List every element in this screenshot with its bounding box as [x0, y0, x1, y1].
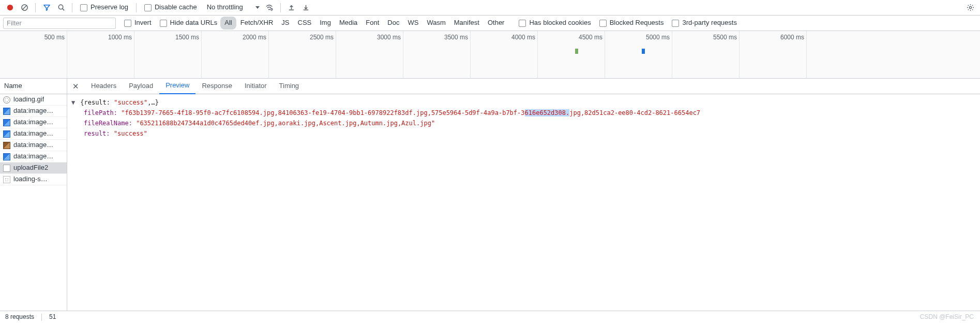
json-ellipsis: ,…}	[147, 99, 159, 106]
request-row[interactable]: data:image…	[0, 151, 67, 163]
checkbox-icon	[672, 20, 679, 27]
disclosure-triangle-icon[interactable]: ▼	[71, 97, 77, 108]
tab-preview[interactable]: Preview	[159, 79, 195, 94]
disable-cache-checkbox[interactable]: Disable cache	[141, 1, 201, 14]
type-filter-other[interactable]: Other	[484, 17, 509, 29]
request-row[interactable]: data:image…	[0, 140, 67, 151]
request-count: 8 requests	[5, 313, 34, 321]
json-value-selected: 616e652d308.	[525, 109, 570, 116]
filter-bar: Invert Hide data URLs AllFetch/XHRJSCSSI…	[0, 16, 980, 31]
throttling-select[interactable]: No throttling	[202, 3, 262, 12]
request-row[interactable]: data:image…	[0, 106, 67, 117]
request-name: data:image…	[13, 152, 53, 161]
svg-point-3	[58, 5, 63, 9]
svg-point-5	[268, 9, 270, 10]
json-value: "success"	[114, 99, 147, 106]
type-filter-manifest[interactable]: Manifest	[450, 17, 484, 29]
clear-button[interactable]	[18, 1, 31, 14]
blocked-requests-label: Blocked Requests	[610, 18, 664, 27]
preview-panel[interactable]: ▼ {result: "success",…} filePath: "f63b1…	[67, 94, 980, 311]
json-property[interactable]: filePath: "f63b1397-7665-4f18-95f0-ac7fc…	[71, 108, 976, 118]
type-filter-css[interactable]: CSS	[294, 17, 316, 29]
separator	[41, 314, 42, 321]
filter-toggle[interactable]	[40, 1, 53, 14]
json-property[interactable]: fileRealName: "635211688b247344a1d0c4765…	[71, 118, 976, 128]
type-filter-all[interactable]: All	[220, 17, 236, 29]
download-har-button[interactable]	[299, 1, 313, 14]
timeline-tick-label: 6000 ms	[780, 33, 804, 42]
tab-headers[interactable]: Headers	[85, 79, 123, 94]
disable-cache-label: Disable cache	[155, 3, 197, 12]
third-party-label: 3rd-party requests	[682, 18, 737, 27]
search-button[interactable]	[54, 1, 68, 14]
filter-input[interactable]	[3, 18, 116, 29]
svg-point-0	[7, 5, 12, 10]
name-column-header[interactable]: Name	[0, 79, 67, 94]
timeline-marker	[642, 49, 645, 54]
invert-checkbox[interactable]: Invert	[121, 17, 155, 30]
separator	[280, 3, 281, 12]
type-filter-media[interactable]: Media	[335, 17, 361, 29]
preserve-log-checkbox[interactable]: Preserve log	[77, 1, 132, 14]
svg-line-4	[62, 9, 64, 10]
type-filter-doc[interactable]: Doc	[383, 17, 403, 29]
json-value: "f63b1397-7665-4f18-95f0-ac7fc6108594.jp…	[121, 109, 524, 116]
json-value: "success"	[114, 130, 147, 137]
request-row[interactable]: loading-s…	[0, 174, 67, 185]
blocked-requests-checkbox[interactable]: Blocked Requests	[596, 17, 667, 30]
json-brace: {result:	[80, 99, 114, 106]
has-blocked-cookies-label: Has blocked cookies	[529, 18, 591, 27]
has-blocked-cookies-checkbox[interactable]: Has blocked cookies	[516, 17, 594, 30]
network-conditions-button[interactable]	[263, 1, 276, 14]
json-root[interactable]: ▼ {result: "success",…}	[71, 97, 976, 108]
tab-initiator[interactable]: Initiator	[238, 79, 273, 94]
request-row[interactable]: data:image…	[0, 117, 67, 128]
detail-tabs: ✕ HeadersPayloadPreviewResponseInitiator…	[67, 79, 980, 94]
type-filter-img[interactable]: Img	[315, 17, 335, 29]
json-key: filePath:	[84, 109, 121, 116]
checkbox-icon	[160, 20, 167, 27]
tab-response[interactable]: Response	[195, 79, 238, 94]
type-filter-wasm[interactable]: Wasm	[423, 17, 449, 29]
img-resource-icon	[3, 153, 10, 160]
json-key: fileRealName:	[84, 120, 136, 127]
hide-data-urls-checkbox[interactable]: Hide data URLs	[157, 17, 221, 30]
tab-timing[interactable]: Timing	[273, 79, 306, 94]
third-party-checkbox[interactable]: 3rd-party requests	[669, 17, 740, 30]
json-property[interactable]: result: "success"	[71, 128, 976, 139]
checkbox-icon	[519, 20, 526, 27]
request-name: loading.gif	[13, 95, 44, 104]
watermark: CSDN @FeiSir_PC	[920, 313, 974, 321]
preserve-log-label: Preserve log	[91, 3, 128, 12]
type-filter-font[interactable]: Font	[361, 17, 383, 29]
type-filter-js[interactable]: JS	[277, 17, 293, 29]
request-name: uploadFile2	[13, 163, 48, 172]
chevron-down-icon	[255, 6, 260, 9]
tab-payload[interactable]: Payload	[123, 79, 159, 94]
type-filter-ws[interactable]: WS	[403, 17, 423, 29]
transferred-size: 51	[49, 313, 56, 321]
resource-type-filters: AllFetch/XHRJSCSSImgMediaFontDocWSWasmMa…	[220, 17, 508, 29]
settings-button[interactable]	[963, 1, 977, 14]
request-row[interactable]: data:image…	[0, 128, 67, 140]
status-bar: 8 requests 51 CSDN @FeiSir_PC	[0, 311, 980, 323]
upload-har-button[interactable]	[285, 1, 298, 14]
img-resource-icon	[3, 130, 10, 138]
checkbox-icon	[80, 4, 87, 11]
separator	[136, 3, 137, 12]
doc-resource-icon	[3, 165, 10, 172]
request-row[interactable]: uploadFile2	[0, 163, 67, 174]
request-row[interactable]: loading.gif	[0, 94, 67, 106]
checkbox-icon	[144, 4, 152, 11]
type-filter-fetchxhr[interactable]: Fetch/XHR	[236, 17, 278, 29]
img-resource-icon	[3, 119, 10, 126]
waterfall-timeline[interactable]: 500 ms1000 ms1500 ms2000 ms2500 ms3000 m…	[0, 31, 980, 79]
request-name: data:image…	[13, 106, 53, 115]
close-detail-button[interactable]: ✕	[69, 80, 82, 93]
record-button[interactable]	[3, 1, 17, 14]
checkbox-icon	[599, 20, 607, 27]
gif-resource-icon	[3, 96, 10, 104]
request-name: loading-s…	[13, 174, 48, 184]
request-detail: ✕ HeadersPayloadPreviewResponseInitiator…	[67, 79, 980, 311]
throttling-value: No throttling	[207, 3, 243, 12]
